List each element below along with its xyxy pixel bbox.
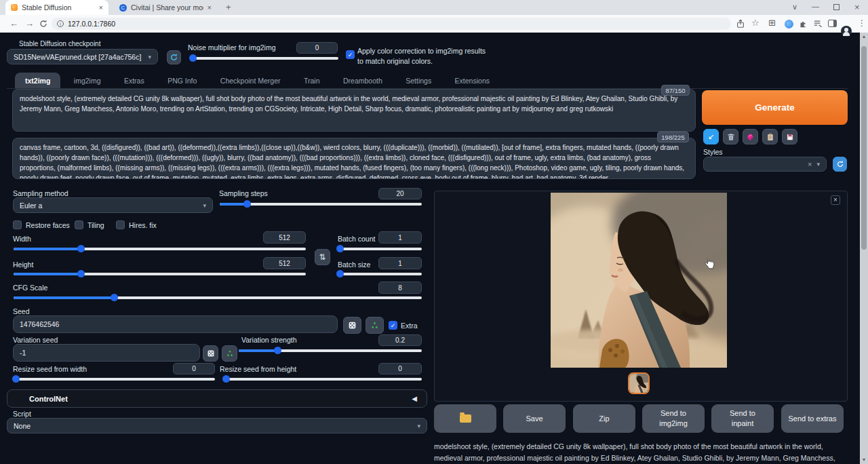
batch-size-slider[interactable]	[338, 273, 422, 275]
checkpoint-select[interactable]: SD15NewVAEpruned.ckpt [27a4ac756c] ▾	[7, 49, 158, 64]
tab-img2img[interactable]: img2img	[64, 73, 111, 89]
checkpoint-value: SD15NewVAEpruned.ckpt [27a4ac756c]	[14, 53, 148, 61]
window-close-icon[interactable]: ×	[854, 2, 860, 12]
cfg-scale-value[interactable]: 8	[378, 282, 422, 294]
reload-icon[interactable]	[39, 19, 48, 28]
clipboard-button[interactable]	[762, 129, 778, 144]
open-folder-button[interactable]	[434, 404, 496, 433]
trash-button[interactable]	[723, 129, 738, 144]
styles-refresh-button[interactable]	[833, 157, 847, 172]
window-minimize-icon[interactable]: —	[812, 2, 819, 10]
random-seed-button[interactable]	[343, 317, 361, 334]
tab-settings[interactable]: Settings	[395, 73, 441, 89]
color-correction-checkbox[interactable]: ✓	[346, 50, 355, 59]
prompt-token-counter: 87/150	[661, 85, 690, 96]
read-parameters-button[interactable]: ↙	[703, 129, 719, 144]
sampling-steps-slider[interactable]	[220, 203, 422, 206]
prompt-textarea[interactable]: modelshoot style, (extremely detailed CG…	[12, 89, 696, 132]
width-slider[interactable]	[14, 248, 306, 250]
tab-train[interactable]: Train	[294, 73, 330, 89]
styles-select[interactable]: × ▾	[703, 157, 827, 172]
extension-blue-dot-icon[interactable]	[785, 20, 793, 28]
resize-seed-height-slider[interactable]	[224, 378, 422, 381]
tab-close-icon[interactable]: ×	[99, 4, 103, 12]
zip-button[interactable]: Zip	[573, 404, 635, 433]
seed-input[interactable]: 1476462546	[13, 315, 338, 333]
clear-icon[interactable]: ×	[808, 160, 812, 168]
reading-list-icon[interactable]	[813, 20, 823, 28]
tab-checkpoint-merger[interactable]: Checkpoint Merger	[210, 73, 291, 89]
profile-avatar[interactable]	[841, 26, 852, 37]
scrollbar-thumb[interactable]	[861, 46, 867, 250]
height-slider[interactable]	[14, 273, 306, 275]
send-to-img2img-button[interactable]: Send to img2img	[642, 404, 705, 433]
batch-size-label: Batch size	[338, 260, 370, 269]
random-variation-seed-button[interactable]	[203, 345, 218, 362]
tab-txt2img[interactable]: txt2img	[15, 73, 60, 89]
cfg-scale-slider[interactable]	[14, 296, 422, 299]
tab-extensions[interactable]: Extensions	[445, 73, 500, 89]
tab-png-info[interactable]: PNG Info	[157, 73, 207, 89]
restore-faces-label: Restore faces	[26, 221, 70, 229]
send-to-inpaint-button[interactable]: Send to inpaint	[711, 404, 774, 433]
gallery-thumbnail[interactable]	[628, 372, 650, 394]
forward-icon[interactable]: →	[25, 18, 34, 29]
tab-close-icon[interactable]: ×	[208, 4, 212, 12]
browser-menu-icon[interactable]: ⋮	[858, 18, 866, 28]
negative-prompt-textarea[interactable]: canvas frame, cartoon, 3d, ((disfigured)…	[12, 138, 696, 179]
send-to-extras-button[interactable]: Send to extras	[781, 404, 844, 433]
window-chevron-icon[interactable]: ∨	[792, 3, 797, 12]
width-value[interactable]: 512	[263, 231, 306, 244]
browser-tab-civitai[interactable]: C Civitai | Share your models ×	[114, 0, 217, 15]
bookmark-star-icon[interactable]: ☆	[751, 18, 760, 28]
hires-fix-checkbox[interactable]	[116, 220, 125, 229]
batch-count-slider[interactable]	[338, 248, 422, 250]
variation-seed-input[interactable]: -1	[13, 344, 200, 362]
resize-seed-width-slider[interactable]	[14, 378, 215, 381]
save-style-button[interactable]	[782, 129, 797, 144]
noise-multiplier-slider[interactable]	[191, 57, 338, 60]
batch-count-value[interactable]: 1	[378, 231, 422, 244]
noise-multiplier-value[interactable]: 0	[296, 42, 338, 54]
tiling-checkbox[interactable]	[75, 220, 83, 229]
variation-strength-label: Variation strength	[241, 336, 297, 344]
controlnet-label: ControlNet	[29, 395, 412, 403]
variation-strength-slider[interactable]	[239, 349, 422, 352]
checkpoint-refresh-button[interactable]	[167, 50, 181, 64]
gallery-close-icon[interactable]: ×	[831, 195, 840, 205]
swap-dimensions-button[interactable]: ⇅	[315, 249, 330, 265]
restore-faces-checkbox[interactable]	[13, 220, 22, 229]
back-icon[interactable]: ←	[9, 18, 18, 29]
controlnet-accordion[interactable]: ControlNet ◀	[7, 389, 427, 408]
generate-button[interactable]: Generate	[702, 90, 848, 125]
reuse-variation-seed-button[interactable]	[222, 345, 237, 362]
tab-dreambooth[interactable]: Dreambooth	[333, 73, 393, 89]
side-panel-icon[interactable]	[828, 20, 837, 27]
palette-button[interactable]	[743, 129, 758, 144]
site-info-icon[interactable]: i	[57, 20, 64, 27]
generated-image[interactable]	[551, 193, 727, 368]
window-maximize-icon[interactable]	[833, 4, 840, 10]
scrollbar-down-icon[interactable]: ▼	[860, 456, 868, 464]
save-button[interactable]: Save	[503, 404, 566, 433]
new-tab-icon[interactable]: +	[226, 2, 231, 12]
resize-seed-height-value[interactable]: 0	[378, 363, 422, 374]
checkpoint-label: Stable Diffusion checkpoint	[19, 40, 100, 47]
extensions-puzzle-icon[interactable]	[798, 19, 808, 28]
sampling-steps-value[interactable]: 20	[378, 188, 422, 199]
batch-size-value[interactable]: 1	[378, 257, 422, 269]
resize-seed-width-value[interactable]: 0	[173, 363, 215, 374]
reuse-seed-button[interactable]	[366, 317, 384, 334]
variation-strength-value[interactable]: 0.2	[378, 334, 422, 346]
chevron-down-icon: ▾	[148, 54, 151, 60]
sampling-method-select[interactable]: Euler a ▾	[13, 197, 213, 213]
address-bar[interactable]: i 127.0.0.1:7860	[52, 18, 731, 30]
tab-extras[interactable]: Extras	[114, 73, 155, 89]
extra-seed-checkbox[interactable]: ✓	[389, 321, 397, 330]
script-select[interactable]: None ▾	[7, 418, 427, 433]
extension-grid-icon[interactable]: ⊞	[768, 18, 776, 28]
browser-tab-active[interactable]: Stable Diffusion ×	[5, 0, 108, 15]
share-icon[interactable]	[736, 19, 745, 28]
height-value[interactable]: 512	[263, 257, 306, 269]
scrollbar-up-icon[interactable]: ▲	[860, 33, 868, 41]
